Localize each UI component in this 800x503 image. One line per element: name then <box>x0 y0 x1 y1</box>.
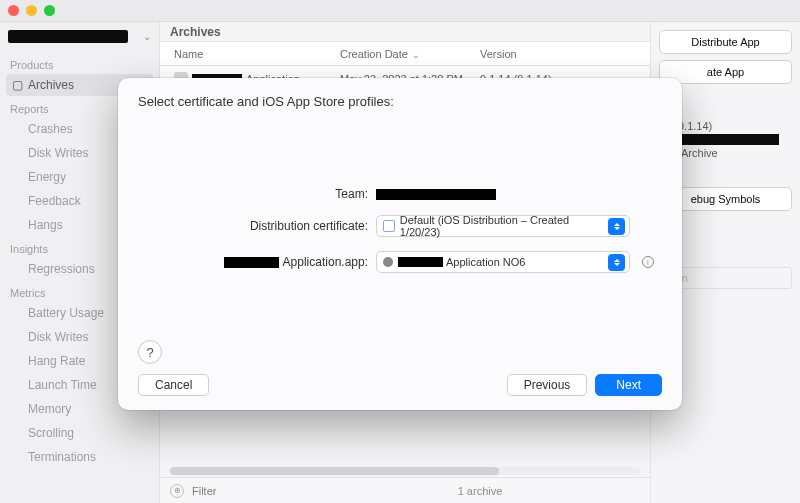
team-row: Team: <box>138 187 662 201</box>
archive-count: 1 archive <box>458 485 503 497</box>
sidebar-item-label: Battery Usage <box>28 306 104 320</box>
sidebar-section-products: Products <box>0 53 159 73</box>
scroll-thumb[interactable] <box>170 467 499 475</box>
sidebar-item-label: Hangs <box>28 218 63 232</box>
cert-row: Distribution certificate: Default (iOS D… <box>138 215 662 237</box>
certificate-icon <box>383 220 395 232</box>
horizontal-scrollbar[interactable] <box>170 467 640 475</box>
project-name-redacted <box>8 30 128 43</box>
sidebar-item-label: Launch Time <box>28 378 97 392</box>
profile-label-suffix: Application.app: <box>283 255 368 269</box>
profile-label: Application.app: <box>138 255 368 269</box>
filter-icon[interactable]: ⊕ <box>170 484 184 498</box>
team-value-redacted <box>376 189 496 200</box>
column-date-label: Creation Date <box>340 48 408 60</box>
profile-gear-icon <box>383 257 393 267</box>
sheet-footer: Cancel Previous Next <box>138 374 662 396</box>
cert-label: Distribution certificate: <box>138 219 368 233</box>
sheet-body: Team: Distribution certificate: Default … <box>138 117 662 340</box>
sidebar-item-label: Feedback <box>28 194 81 208</box>
help-button-row: ? <box>138 340 662 364</box>
distribute-app-button[interactable]: Distribute App <box>659 30 792 54</box>
zoom-window-icon[interactable] <box>44 5 55 16</box>
minimize-window-icon[interactable] <box>26 5 37 16</box>
cert-value: Default (iOS Distribution – Created 1/20… <box>400 214 609 238</box>
column-name[interactable]: Name <box>160 48 340 60</box>
sort-descending-icon: ⌄ <box>412 50 420 60</box>
profile-value-redacted <box>398 257 443 267</box>
pane-title: Archives <box>160 22 650 42</box>
chevron-down-icon: ⌄ <box>143 31 151 42</box>
close-window-icon[interactable] <box>8 5 19 16</box>
help-button[interactable]: ? <box>138 340 162 364</box>
profile-select[interactable]: Application NO6 <box>376 251 630 273</box>
sidebar-item-label: Memory <box>28 402 71 416</box>
cancel-button[interactable]: Cancel <box>138 374 209 396</box>
sidebar-item-scrolling[interactable]: Scrolling <box>6 422 153 444</box>
sidebar-item-label: Regressions <box>28 262 95 276</box>
sidebar-item-label: Crashes <box>28 122 73 136</box>
column-version[interactable]: Version <box>480 48 650 60</box>
sidebar-item-terminations[interactable]: Terminations <box>6 446 153 468</box>
dropdown-arrow-icon <box>608 218 625 235</box>
project-switcher[interactable]: ⌄ <box>8 30 151 43</box>
dropdown-arrow-icon <box>608 254 625 271</box>
list-footer: ⊕ 1 archive <box>160 477 650 503</box>
sidebar-item-label: Energy <box>28 170 66 184</box>
distribution-sheet: Select certificate and iOS App Store pro… <box>118 78 682 410</box>
previous-button[interactable]: Previous <box>507 374 588 396</box>
profile-row: Application.app: Application NO6 i <box>138 251 662 273</box>
filter-input[interactable] <box>192 485 312 497</box>
sidebar-item-label: Terminations <box>28 450 96 464</box>
sidebar-item-label: Disk Writes <box>28 330 88 344</box>
team-label: Team: <box>138 187 368 201</box>
cert-select[interactable]: Default (iOS Distribution – Created 1/20… <box>376 215 630 237</box>
window-chrome <box>0 0 800 22</box>
table-header: Name Creation Date⌄ Version <box>160 42 650 66</box>
sidebar-item-label: Archives <box>28 78 74 92</box>
sidebar-item-label: Hang Rate <box>28 354 85 368</box>
info-icon[interactable]: i <box>642 256 654 268</box>
sidebar-item-label: Disk Writes <box>28 146 88 160</box>
sidebar-item-label: Scrolling <box>28 426 74 440</box>
column-date[interactable]: Creation Date⌄ <box>340 48 480 60</box>
next-button[interactable]: Next <box>595 374 662 396</box>
profile-value-suffix: Application NO6 <box>446 256 526 268</box>
archive-icon: ▢ <box>12 78 24 90</box>
profile-label-redacted <box>224 257 279 268</box>
sheet-title: Select certificate and iOS App Store pro… <box>138 94 662 109</box>
